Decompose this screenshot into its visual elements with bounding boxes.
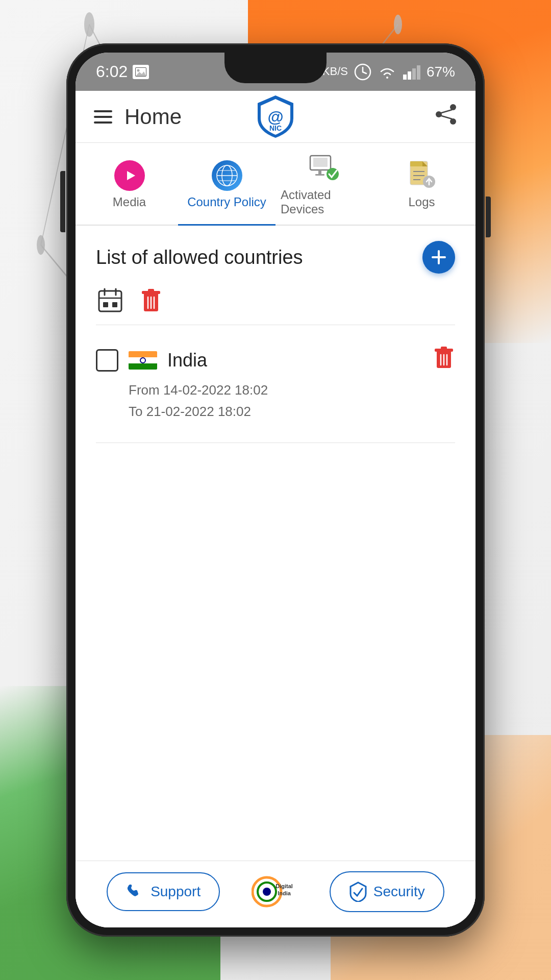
share-button[interactable] <box>435 103 457 130</box>
image-status-icon <box>133 65 149 79</box>
section-title: List of allowed countries <box>96 247 303 268</box>
status-time: 6:02 <box>96 62 149 81</box>
svg-rect-22 <box>403 75 407 80</box>
bottom-nav: Support Digital India <box>76 861 475 927</box>
nic-logo: @ NIC <box>253 93 298 139</box>
from-date: From 14-02-2022 18:02 <box>129 380 455 401</box>
svg-text:@: @ <box>267 108 283 126</box>
flag-chakra <box>140 357 146 363</box>
app-content: Home @ NIC <box>76 91 475 927</box>
hamburger-menu-button[interactable] <box>94 110 112 124</box>
tab-activated-devices[interactable]: Activated Devices <box>276 143 373 225</box>
country-checkbox[interactable] <box>96 349 118 372</box>
security-label: Security <box>373 884 425 900</box>
svg-rect-23 <box>408 71 411 80</box>
svg-rect-58 <box>112 302 117 307</box>
svg-point-8 <box>84 12 94 37</box>
svg-point-12 <box>37 235 45 255</box>
svg-text:India: India <box>278 890 292 896</box>
svg-rect-24 <box>412 68 416 80</box>
signal-icon <box>403 64 420 80</box>
digital-india-logo: Digital India <box>252 874 297 910</box>
hamburger-line-2 <box>94 116 112 118</box>
time-display: 6:02 <box>96 62 128 81</box>
country-item: India <box>96 333 455 434</box>
svg-rect-57 <box>103 302 108 307</box>
calendar-select-button[interactable] <box>96 286 124 314</box>
logs-tab-icon <box>407 160 437 191</box>
activated-devices-tab-icon <box>309 153 340 184</box>
play-icon <box>114 160 145 191</box>
tabs-bar: Media <box>76 143 475 226</box>
svg-rect-61 <box>148 289 154 292</box>
page-title: Home <box>124 105 182 129</box>
devices-icon <box>309 155 340 183</box>
wifi-icon <box>378 64 397 80</box>
svg-line-31 <box>440 110 452 113</box>
country-left: India <box>96 349 207 372</box>
svg-line-32 <box>440 115 452 119</box>
flag-orange-stripe <box>129 351 157 357</box>
country-date-info: From 14-02-2022 18:02 To 21-02-2022 18:0… <box>129 380 455 422</box>
svg-point-17 <box>137 69 140 71</box>
svg-text:Digital: Digital <box>276 883 293 889</box>
divider-2 <box>96 443 455 443</box>
phone-notch <box>224 53 327 83</box>
section-header: List of allowed countries <box>96 241 455 274</box>
country-row: India <box>96 346 455 375</box>
svg-rect-40 <box>313 158 328 167</box>
india-flag <box>129 351 157 370</box>
phone-icon <box>126 883 144 901</box>
media-tab-icon <box>114 160 145 191</box>
status-bar: 6:02 0.04 KB/S <box>76 53 475 91</box>
battery-display: 67% <box>427 64 455 80</box>
svg-text:NIC: NIC <box>269 124 282 132</box>
media-tab-label: Media <box>113 195 146 209</box>
svg-point-30 <box>450 118 456 125</box>
svg-rect-45 <box>410 161 422 166</box>
phone-screen: 6:02 0.04 KB/S <box>76 53 475 927</box>
logs-icon <box>408 160 436 191</box>
svg-line-21 <box>363 72 366 74</box>
country-name: India <box>167 350 207 371</box>
tab-country-policy[interactable]: Country Policy <box>178 143 276 225</box>
digital-india-svg: Digital India <box>252 874 297 910</box>
globe-icon <box>212 160 242 191</box>
country-policy-tab-label: Country Policy <box>187 195 266 209</box>
nic-logo-container: @ NIC <box>253 93 298 141</box>
header-left: Home <box>94 105 182 129</box>
delete-all-button[interactable] <box>137 286 165 314</box>
tab-logs[interactable]: Logs <box>373 143 470 225</box>
support-label: Support <box>151 884 201 900</box>
calendar-icon <box>97 287 123 313</box>
support-button[interactable]: Support <box>107 872 220 911</box>
to-date: To 21-02-2022 18:02 <box>129 401 455 423</box>
hamburger-line-3 <box>94 121 112 124</box>
action-bar <box>96 286 455 314</box>
trash-icon-red <box>433 346 455 370</box>
logs-tab-label: Logs <box>408 195 435 209</box>
phone-frame: 6:02 0.04 KB/S <box>66 43 485 937</box>
security-shield-icon <box>349 881 367 902</box>
trash-icon <box>139 287 163 313</box>
security-button[interactable]: Security <box>330 871 444 912</box>
svg-point-29 <box>436 111 442 117</box>
country-policy-tab-icon <box>212 160 242 191</box>
svg-point-73 <box>263 888 271 896</box>
divider-1 <box>96 325 455 325</box>
main-content-area: List of allowed countries <box>76 226 475 861</box>
delete-country-button[interactable] <box>433 346 455 375</box>
flag-green-stripe <box>129 363 157 370</box>
svg-rect-25 <box>417 65 420 80</box>
svg-rect-42 <box>315 174 324 176</box>
svg-marker-33 <box>127 171 135 180</box>
svg-rect-53 <box>99 291 121 311</box>
app-header: Home @ NIC <box>76 91 475 143</box>
activated-devices-tab-label: Activated Devices <box>281 188 368 216</box>
add-country-button[interactable] <box>422 241 455 274</box>
hamburger-line-1 <box>94 110 112 112</box>
tab-media[interactable]: Media <box>81 143 178 225</box>
clock-icon <box>354 63 371 81</box>
svg-rect-67 <box>441 347 447 350</box>
flag-white-stripe <box>129 357 157 363</box>
